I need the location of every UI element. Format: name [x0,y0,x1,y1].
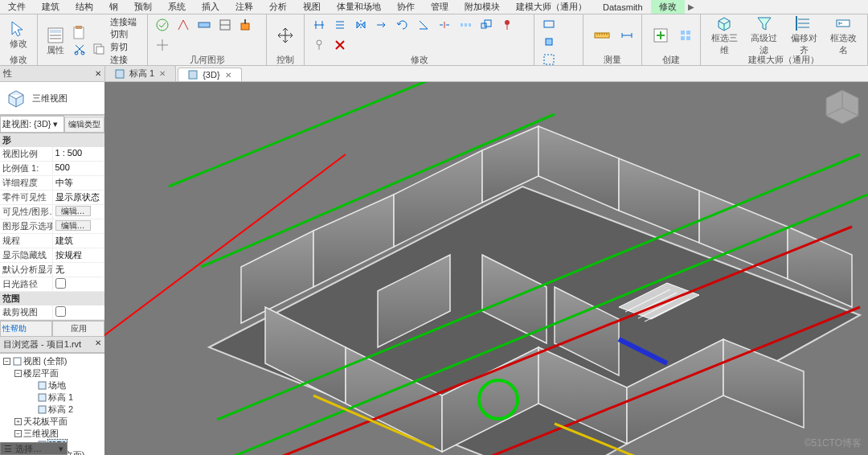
expand-icon[interactable]: + [14,418,22,425]
tree-label: 视图 (全部) [23,355,67,367]
ribbon-tab[interactable]: 协作 [389,0,423,14]
collapse-icon[interactable]: − [14,430,22,437]
ribbon-tab[interactable]: 钢 [101,0,126,14]
array-icon[interactable] [456,17,475,33]
override-icon[interactable] [539,51,559,68]
apply-button[interactable]: 应用 [52,321,104,337]
tree-node[interactable]: 标高 2 [2,404,103,416]
view-tab[interactable]: 标高 1✕ [104,65,176,81]
offsetalign-button[interactable]: 偏移对齐 [784,18,822,52]
dim-icon[interactable] [617,27,637,43]
property-value[interactable]: 编辑… [52,219,105,233]
cope-icon[interactable] [194,17,214,33]
boxrename-button[interactable]: 框选改名 [825,18,862,52]
type-selector[interactable]: 建视图: {3D} ▾ [0,116,64,133]
close-icon[interactable]: ✕ [225,71,231,80]
rotate-icon[interactable] [393,17,412,33]
isolate-icon[interactable] [539,34,559,50]
view-canvas[interactable]: ©51CTO博客 [104,82,868,455]
measure-button[interactable] [588,18,616,52]
modify-button[interactable]: 修改 [5,18,32,52]
move-free-icon[interactable] [272,18,299,52]
ribbon-expand-icon[interactable]: ▶ [688,2,694,11]
mirror-icon[interactable] [351,17,371,33]
cut-item[interactable]: 剪切 [110,41,142,53]
advfilter-button[interactable]: 高级过滤 [745,18,783,52]
property-category: 范围 [0,292,104,305]
ribbon-tab[interactable]: 管理 [423,0,457,14]
property-value[interactable]: 显示原状态 [52,191,105,204]
tree-node[interactable]: +天花板平面 [2,416,103,428]
copy-icon[interactable] [89,41,108,57]
edit-button[interactable]: 编辑… [55,206,91,216]
close-icon[interactable]: ✕ [95,69,101,78]
move-icon[interactable] [372,17,391,33]
join-item[interactable]: 连接 [110,54,142,66]
tree-node[interactable]: −视图 (全部) [2,355,103,367]
property-value[interactable]: 建筑 [52,234,105,248]
close-icon[interactable]: ✕ [159,69,166,78]
property-value[interactable]: 按规程 [52,248,105,262]
properties-button[interactable]: 属性 [43,24,68,58]
demolish2-icon[interactable] [153,37,172,53]
property-value[interactable] [52,277,105,291]
properties-grid: 形视图比例1 : 500比例值 1:500详细程度中等零件可见性显示原状态可见性… [0,133,104,320]
offset-icon[interactable] [330,17,350,33]
ribbon-tab[interactable]: 附加模块 [457,0,508,14]
cut-icon[interactable] [70,41,89,57]
ribbon-tab[interactable]: 文件 [0,0,34,14]
create-button[interactable] [647,18,674,52]
ribbon-tab[interactable]: 体量和场地 [329,0,389,14]
tree-node[interactable]: −三维视图 [2,428,103,440]
property-value[interactable]: 编辑… [52,205,105,219]
unpin-icon[interactable] [309,37,329,53]
scale-icon[interactable] [477,17,496,33]
ribbon-tab[interactable]: Datasmith [595,0,651,14]
ribbon-tab[interactable]: 视图 [295,0,329,14]
ribbon-tab[interactable]: 注释 [227,0,261,14]
edit-type-button[interactable]: 编辑类型 [64,117,104,133]
tree-node[interactable]: 标高 1 [2,391,103,404]
properties-title: 性 ✕ [0,66,104,82]
paste-button[interactable] [70,25,89,41]
view-tab[interactable]: {3D}✕ [178,68,241,81]
collapse-icon[interactable]: − [14,370,22,377]
align-icon[interactable] [309,17,329,33]
property-value[interactable]: 中等 [52,176,105,190]
paint-icon[interactable] [236,17,256,33]
property-value[interactable] [52,305,105,319]
split-icon[interactable] [435,17,454,33]
ribbon-tab[interactable]: 分析 [261,0,295,14]
properties-help-button[interactable]: 性帮助 [0,321,52,337]
collapse-icon[interactable]: − [3,358,10,365]
join-cut-item[interactable]: 连接端切割 [110,16,142,40]
hide-icon[interactable] [539,16,559,32]
trim-icon[interactable] [414,17,433,33]
activate-icon[interactable] [153,17,172,33]
tree-node[interactable]: −楼层平面 [2,367,103,379]
property-checkbox[interactable] [55,306,66,317]
property-value[interactable]: 无 [52,263,105,277]
group-icon[interactable] [676,27,695,43]
property-value[interactable]: 500 [52,162,105,175]
splitface-icon[interactable] [215,17,235,33]
ribbon-tab[interactable]: 插入 [194,0,227,14]
ribbon-tab[interactable]: 系统 [160,0,194,14]
tree-node[interactable]: 场地 [2,379,103,391]
edit-button[interactable]: 编辑… [55,220,91,231]
ribbon-tab[interactable]: 修改 [651,0,685,14]
selection-bar[interactable]: ☰ 选择… ▾ [0,442,68,455]
pin-icon[interactable] [497,17,517,33]
property-value[interactable]: 1 : 500 [52,147,105,161]
project-browser[interactable]: −视图 (全部)−楼层平面场地标高 1标高 2+天花板平面−三维视图{3D}+立… [0,352,104,455]
view-cube[interactable] [820,85,865,130]
property-checkbox[interactable] [55,278,66,289]
delete-icon[interactable] [330,37,350,53]
ribbon-tab[interactable]: 建模大师（通用） [508,0,595,14]
box3d-button[interactable]: 框选三维 [706,18,743,52]
close-icon[interactable]: ✕ [95,338,101,350]
ribbon-tab[interactable]: 预制 [126,0,160,14]
ribbon-tab[interactable]: 结构 [68,0,101,14]
demolish-icon[interactable] [174,17,193,33]
ribbon-tab[interactable]: 建筑 [34,0,68,14]
